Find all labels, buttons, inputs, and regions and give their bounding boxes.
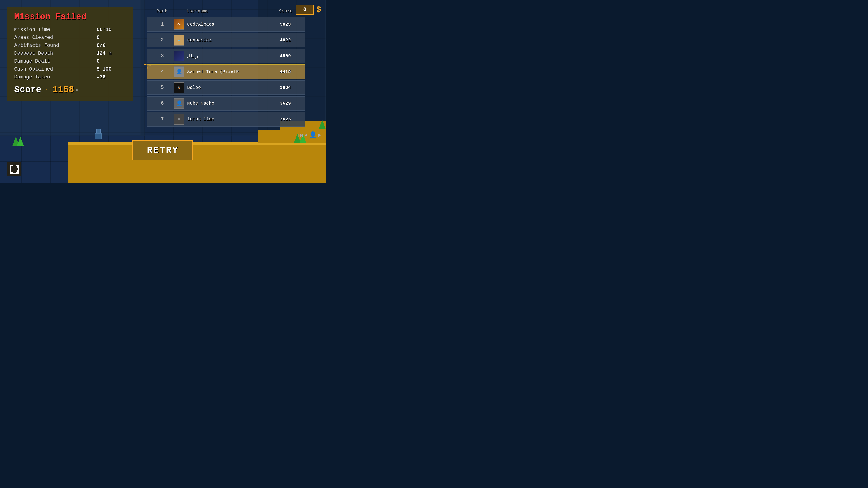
score-value: 1158 (53, 85, 74, 95)
lb-user: 🎨 Baloo (174, 82, 270, 93)
stat-label: Damage Taken (14, 73, 92, 81)
stat-label: Areas Cleared (14, 34, 92, 41)
lb-username: nonbasicz (187, 37, 212, 43)
stat-value: 06:10 (92, 26, 126, 34)
score-label: Score (14, 85, 41, 95)
lb-user: CA CodeAlpaca (174, 19, 270, 30)
lb-avatar: 🐟 (174, 35, 185, 46)
leaderboard-row: 7 # lemon lime 3623 (147, 112, 305, 127)
lb-score: 5829 (270, 22, 301, 27)
lb-rank: 1 (151, 22, 174, 27)
stat-value: 0 (92, 57, 126, 65)
mission-title: Mission Failed (14, 12, 126, 22)
fullscreen-button[interactable] (7, 162, 22, 176)
lb-user: ✦ ريال (174, 51, 270, 62)
lb-rank: 5 (151, 85, 174, 90)
stat-value: 0/6 (92, 41, 126, 50)
mission-panel: Mission Failed Mission Time 06:10 Areas … (7, 7, 133, 101)
stat-label: Damage Dealt (14, 57, 92, 65)
lb-user: # lemon lime (174, 114, 270, 125)
lb-username: CodeAlpaca (187, 22, 214, 27)
lb-avatar: ✦ (174, 51, 185, 62)
leaderboard-row: 5 🎨 Baloo 3864 (147, 80, 305, 95)
stat-label: Mission Time (14, 26, 92, 34)
lb-rank: 3 (151, 53, 174, 59)
leaderboard-row: 4 👤 Samuel Tomé (PixelP 4415 (147, 64, 305, 79)
stat-value: 124 m (92, 50, 126, 57)
lb-score: 4415 (270, 69, 301, 74)
lb-username: Samuel Tomé (PixelP (187, 69, 239, 74)
stat-row: Mission Time 06:10 (14, 26, 126, 34)
character-decoration (94, 129, 103, 140)
lb-user: 🐟 nonbasicz (174, 35, 270, 46)
retry-button[interactable]: RETRY (132, 140, 193, 161)
lb-user: 👤 Samuel Tomé (PixelP (174, 66, 270, 77)
stat-label: Cash Obtained (14, 65, 92, 73)
lb-rank: 6 (151, 101, 174, 106)
nav-prev[interactable]: ◀ (305, 132, 308, 138)
currency-icon: $ (316, 5, 321, 14)
lb-rank: 4 (151, 69, 174, 74)
leaderboard: Rank Username Score 1 CA CodeAlpaca 5829… (147, 7, 305, 128)
stat-value: -38 (92, 73, 126, 81)
lb-username: Nube_Nacho (187, 101, 214, 106)
lb-score: 3629 (270, 101, 301, 106)
lb-user: 👤 Nube_Nacho (174, 98, 270, 109)
lb-username: lemon lime (187, 117, 214, 122)
stat-value: $ 100 (92, 65, 126, 73)
stat-value: 0 (92, 34, 126, 41)
lb-avatar: CA (174, 19, 185, 30)
stat-row: Damage Dealt 0 (14, 57, 126, 65)
stat-row: Artifacts Found 0/6 (14, 41, 126, 50)
stat-label: Deepest Depth (14, 50, 92, 57)
nav-first[interactable]: ⏮ (298, 132, 303, 138)
stat-row: Damage Taken -38 (14, 73, 126, 81)
nav-arrows: ⏮ ◀ 👤 ▶ (298, 131, 321, 139)
lb-score: 4822 (270, 37, 301, 43)
stat-row: Areas Cleared 0 (14, 34, 126, 41)
lb-rank: 7 (151, 117, 174, 122)
stat-row: Cash Obtained $ 100 (14, 65, 126, 73)
lb-username: Baloo (187, 85, 201, 90)
leaderboard-rows: 1 CA CodeAlpaca 5829 2 🐟 nonbasicz 4822 … (147, 17, 305, 127)
stat-row: Deepest Depth 124 m (14, 50, 126, 57)
lb-score: 4509 (270, 53, 301, 59)
lb-rank: 2 (151, 37, 174, 43)
stat-label: Artifacts Found (14, 41, 92, 50)
leaderboard-row: 1 CA CodeAlpaca 5829 (147, 17, 305, 32)
lb-avatar: # (174, 114, 185, 125)
lb-score: 3864 (270, 85, 301, 90)
nav-avatar: 👤 (309, 131, 317, 139)
leaderboard-row: 3 ✦ ريال 4509 (147, 48, 305, 63)
lb-username: ريال (187, 53, 198, 59)
stats-table: Mission Time 06:10 Areas Cleared 0 Artif… (14, 26, 126, 81)
nav-next[interactable]: ▶ (318, 132, 321, 138)
fullscreen-icon (10, 165, 19, 173)
lb-score: 3623 (270, 117, 301, 122)
leaderboard-header: Rank Username Score (147, 7, 305, 15)
leaderboard-row: 2 🐟 nonbasicz 4822 (147, 33, 305, 47)
ground (68, 142, 326, 183)
leaderboard-row: 6 👤 Nube_Nacho 3629 (147, 96, 305, 111)
score-row: Score · 1158 ⊕ (14, 85, 126, 95)
header-username: Username (173, 9, 270, 14)
lb-avatar: 👤 (174, 66, 185, 77)
lb-avatar: 👤 (174, 98, 185, 109)
lb-avatar: 🎨 (174, 82, 185, 93)
retry-label: RETRY (147, 145, 179, 156)
header-score: Score (270, 9, 302, 14)
header-rank: Rank (151, 9, 173, 14)
